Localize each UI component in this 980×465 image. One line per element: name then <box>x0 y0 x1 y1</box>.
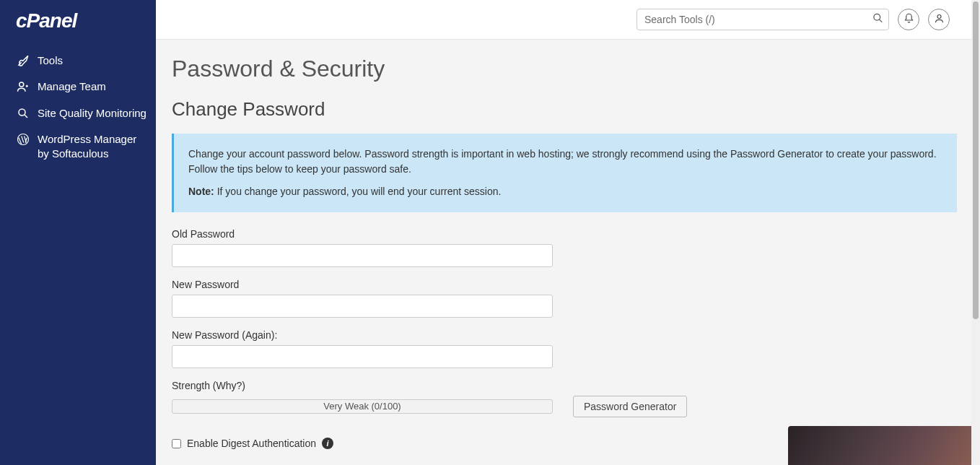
strength-why-link[interactable]: (Why?) <box>213 380 245 391</box>
old-password-input[interactable] <box>172 244 553 267</box>
sidebar-item-tools[interactable]: Tools <box>0 48 156 74</box>
digest-auth-label: Enable Digest Authentication <box>187 438 316 449</box>
strength-row: Very Weak (0/100) Password Generator <box>172 396 957 417</box>
new-password-again-label: New Password (Again): <box>172 329 957 341</box>
svg-point-1 <box>19 82 24 87</box>
strength-label-wrap: Strength (Why?) <box>172 380 957 391</box>
bell-icon <box>904 13 914 27</box>
search-icon[interactable] <box>872 13 883 27</box>
svg-point-5 <box>937 14 941 18</box>
alert-note: Note: If you change your password, you w… <box>188 184 942 199</box>
password-generator-button[interactable]: Password Generator <box>573 396 687 417</box>
scrollbar[interactable] <box>971 0 980 465</box>
sidebar-item-label: Manage Team <box>38 79 149 94</box>
svg-text:cPanel: cPanel <box>16 10 78 32</box>
old-password-label: Old Password <box>172 228 957 240</box>
sidebar-item-manage-team[interactable]: Manage Team <box>0 74 156 100</box>
page-title: Password & Security <box>172 56 957 82</box>
info-alert: Change your account password below. Pass… <box>172 134 957 212</box>
search-wrap <box>636 9 889 30</box>
new-password-input[interactable] <box>172 295 553 318</box>
account-button[interactable] <box>928 9 950 30</box>
info-icon[interactable]: i <box>322 438 333 449</box>
strength-meter: Very Weak (0/100) <box>172 399 553 414</box>
note-text: If you change your password, you will en… <box>217 186 502 197</box>
sidebar-item-site-quality[interactable]: Site Quality Monitoring <box>0 100 156 126</box>
sidebar-item-wordpress-manager[interactable]: WordPress Manager by Softaculous <box>0 126 156 168</box>
magnifier-icon <box>16 107 30 120</box>
new-password-again-input[interactable] <box>172 345 553 368</box>
search-input[interactable] <box>636 9 889 30</box>
strength-label: Strength <box>172 380 213 391</box>
scrollbar-thumb[interactable] <box>973 1 979 319</box>
sidebar-item-label: Tools <box>38 53 149 68</box>
user-icon <box>934 13 945 27</box>
digest-auth-checkbox[interactable] <box>172 439 181 448</box>
new-password-label: New Password <box>172 279 957 290</box>
cpanel-logo: cPanel <box>16 10 156 32</box>
svg-point-4 <box>874 14 880 20</box>
tools-icon <box>16 54 30 67</box>
notifications-button[interactable] <box>898 9 919 30</box>
sidebar-item-label: WordPress Manager by Softaculous <box>38 132 149 162</box>
note-label: Note: <box>188 186 214 197</box>
topbar <box>156 0 980 40</box>
svg-point-2 <box>19 109 25 116</box>
section-title: Change Password <box>172 98 957 121</box>
sidebar-item-label: Site Quality Monitoring <box>38 106 149 121</box>
content-area: Password & Security Change Password Chan… <box>156 40 971 465</box>
alert-text: Change your account password below. Pass… <box>188 147 942 177</box>
team-icon <box>16 80 30 93</box>
wordpress-icon <box>16 133 30 146</box>
sidebar: cPanel Tools Manage Team Site Quality Mo… <box>0 0 156 465</box>
video-overlay-thumbnail[interactable] <box>788 426 971 465</box>
